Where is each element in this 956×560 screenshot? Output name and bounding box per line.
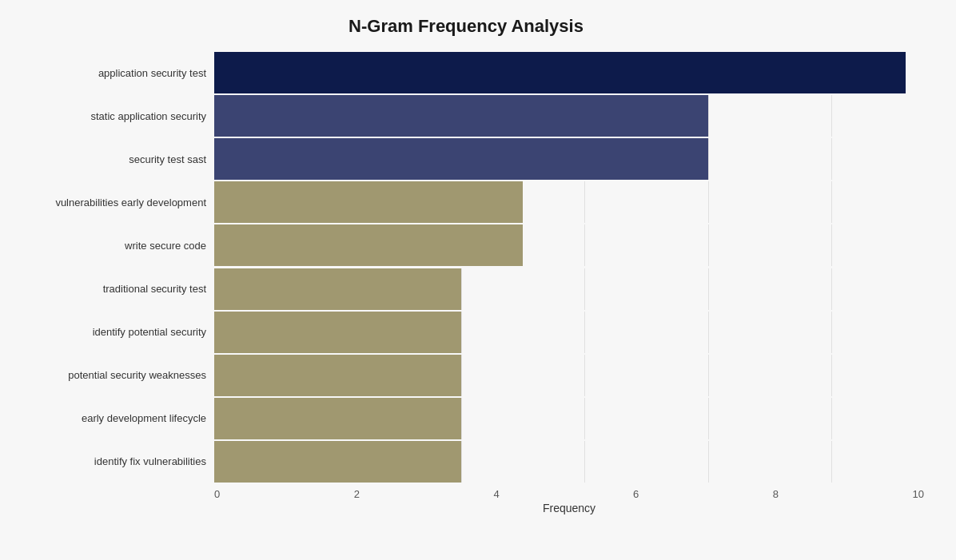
- x-tick: 2: [354, 488, 360, 500]
- grid-line: [461, 398, 462, 439]
- bar-label: vulnerabilities early development: [8, 197, 214, 209]
- grid-line: [831, 441, 832, 483]
- grid-line: [708, 224, 709, 266]
- bar-track: [214, 355, 924, 396]
- grid-line: [708, 398, 709, 439]
- bar-label: write secure code: [8, 240, 214, 252]
- grid-line: [708, 95, 709, 137]
- grid-line: [831, 268, 832, 310]
- grid-line: [461, 441, 462, 483]
- grid-line: [831, 398, 832, 439]
- x-tick: 8: [773, 488, 779, 500]
- grid-line: [831, 355, 832, 396]
- bar-track: [214, 181, 924, 223]
- grid-line: [708, 441, 709, 483]
- bar-row: identify fix vulnerabilities: [8, 440, 924, 483]
- grid-line: [584, 312, 585, 353]
- bar-track: [214, 224, 924, 266]
- grid-line: [584, 268, 585, 310]
- bar-row: vulnerabilities early development: [8, 181, 924, 224]
- bar-track: [214, 398, 924, 439]
- grid-line: [831, 95, 832, 137]
- grid-line: [831, 138, 832, 180]
- bar-track: [214, 138, 924, 180]
- bar-label: identify potential security: [8, 326, 214, 338]
- grid-line: [584, 441, 585, 483]
- bar-track: [214, 52, 924, 93]
- bar-fill: [214, 355, 461, 396]
- x-tick: 0: [214, 488, 220, 500]
- bar-label: early development lifecycle: [8, 412, 214, 424]
- grid-line: [708, 181, 709, 223]
- grid-line: [584, 224, 585, 266]
- bar-track: [214, 312, 924, 353]
- grid-line: [831, 181, 832, 223]
- bar-fill: [214, 312, 461, 353]
- bar-row: identify potential security: [8, 311, 924, 354]
- bar-label: traditional security test: [8, 283, 214, 295]
- bar-track: [214, 95, 924, 137]
- x-axis-title: Frequency: [214, 502, 924, 514]
- grid-line: [584, 398, 585, 439]
- bar-track: [214, 441, 924, 483]
- bar-fill: [214, 95, 708, 137]
- grid-line: [708, 312, 709, 353]
- x-axis-area: 0246810: [8, 488, 924, 500]
- chart-container: N-Gram Frequency Analysis application se…: [0, 0, 956, 560]
- bar-track: [214, 268, 924, 310]
- bar-row: traditional security test: [8, 267, 924, 310]
- grid-line: [831, 224, 832, 266]
- x-tick: 6: [633, 488, 639, 500]
- grid-line: [461, 355, 462, 396]
- bar-fill: [214, 52, 906, 93]
- bar-fill: [214, 398, 461, 439]
- grid-line: [708, 355, 709, 396]
- bar-fill: [214, 224, 523, 266]
- x-tick: 4: [493, 488, 499, 500]
- grid-line: [708, 268, 709, 310]
- bar-fill: [214, 181, 523, 223]
- grid-line: [584, 181, 585, 223]
- grid-line: [708, 138, 709, 180]
- bar-label: potential security weaknesses: [8, 369, 214, 381]
- grid-line: [584, 355, 585, 396]
- bar-row: potential security weaknesses: [8, 354, 924, 397]
- x-tick: 10: [913, 488, 924, 500]
- bar-row: application security test: [8, 51, 924, 94]
- x-axis-labels: 0246810: [214, 488, 924, 500]
- chart-area: application security teststatic applicat…: [8, 51, 924, 483]
- bar-label: identify fix vulnerabilities: [8, 455, 214, 467]
- bar-row: static application security: [8, 94, 924, 137]
- bar-label: security test sast: [8, 153, 214, 165]
- bar-label: static application security: [8, 110, 214, 122]
- bar-row: write secure code: [8, 224, 924, 267]
- bar-fill: [214, 441, 461, 483]
- bar-fill: [214, 138, 708, 180]
- grid-line: [461, 312, 462, 353]
- bar-row: early development lifecycle: [8, 397, 924, 440]
- chart-title: N-Gram Frequency Analysis: [8, 16, 924, 37]
- bar-row: security test sast: [8, 137, 924, 181]
- bar-fill: [214, 268, 461, 310]
- grid-line: [461, 268, 462, 310]
- grid-line: [831, 312, 832, 353]
- bar-label: application security test: [8, 67, 214, 79]
